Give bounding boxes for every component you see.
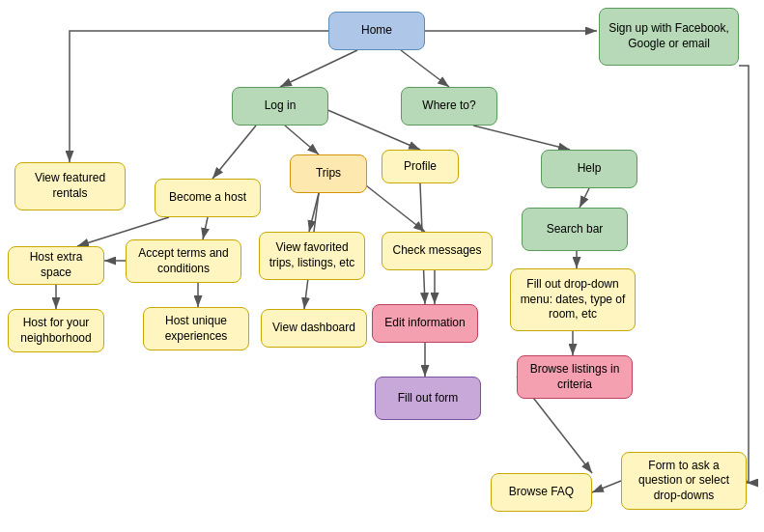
svg-line-6 bbox=[212, 126, 256, 179]
node-help: Help bbox=[541, 150, 637, 188]
node-becomehost: Become a host bbox=[155, 179, 261, 217]
svg-line-4 bbox=[473, 126, 570, 150]
svg-line-23 bbox=[592, 481, 621, 492]
svg-line-2 bbox=[280, 50, 357, 87]
node-hostunique: Host unique experiences bbox=[143, 307, 249, 350]
node-hostneighborhood: Host for your neighborhood bbox=[8, 309, 104, 352]
svg-line-9 bbox=[309, 193, 319, 232]
node-viewfavorited: View favorited trips, listings, etc bbox=[259, 232, 365, 280]
node-formtoask: Form to ask a question or select drop-do… bbox=[621, 452, 747, 510]
node-login: Log in bbox=[232, 87, 328, 126]
node-acceptterms: Accept terms and conditions bbox=[126, 239, 241, 283]
node-signup: Sign up with Facebook, Google or email bbox=[599, 8, 739, 66]
svg-line-5 bbox=[580, 188, 589, 208]
svg-line-7 bbox=[285, 126, 319, 154]
node-viewdashboard: View dashboard bbox=[261, 309, 367, 348]
svg-line-3 bbox=[401, 50, 449, 87]
node-checkmessages: Check messages bbox=[382, 232, 493, 270]
node-filldropdown: Fill out drop-down menu: dates, type of … bbox=[510, 268, 636, 331]
node-trips: Trips bbox=[290, 154, 367, 193]
svg-line-24 bbox=[747, 481, 749, 483]
node-editinfo: Edit information bbox=[372, 304, 478, 343]
svg-line-12 bbox=[203, 217, 208, 239]
node-whereto: Where to? bbox=[401, 87, 497, 126]
svg-line-10 bbox=[357, 179, 425, 232]
node-fillform: Fill out form bbox=[375, 377, 481, 420]
node-hostextraspace: Host extra space bbox=[8, 246, 104, 285]
node-profile: Profile bbox=[382, 150, 459, 183]
node-home: Home bbox=[328, 12, 425, 50]
node-browsefaq: Browse FAQ bbox=[491, 473, 592, 512]
node-viewfeatured: View featured rentals bbox=[14, 162, 126, 210]
node-browselistings: Browse listings in criteria bbox=[517, 355, 633, 399]
flowchart-diagram: HomeSign up with Facebook, Google or ema… bbox=[0, 0, 764, 532]
node-searchbar: Search bar bbox=[522, 208, 628, 251]
